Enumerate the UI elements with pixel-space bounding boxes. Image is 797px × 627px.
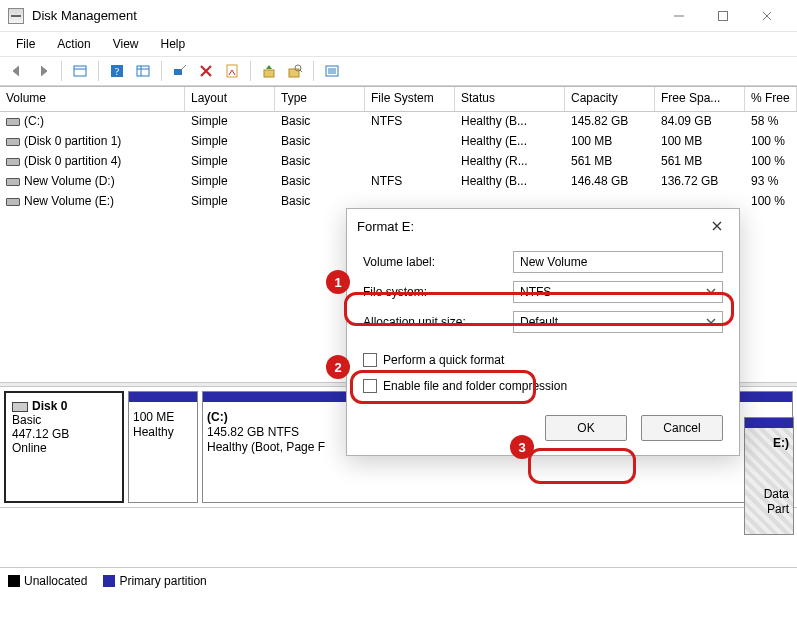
menu-action[interactable]: Action — [47, 34, 100, 54]
menu-help[interactable]: Help — [151, 34, 196, 54]
volume-icon — [6, 198, 20, 206]
dialog-close-button[interactable] — [705, 214, 729, 238]
table-row[interactable]: (Disk 0 partition 1) Simple Basic Health… — [0, 132, 797, 152]
legend: Unallocated Primary partition — [0, 567, 797, 593]
col-volume[interactable]: Volume — [0, 87, 185, 111]
maximize-button[interactable] — [701, 1, 745, 31]
table-header[interactable]: Volume Layout Type File System Status Ca… — [0, 87, 797, 112]
cell-type: Basic — [275, 132, 365, 152]
compression-label: Enable file and folder compression — [383, 379, 567, 393]
chevron-down-icon — [706, 285, 716, 299]
cell-pctfree: 58 % — [745, 112, 797, 132]
list-button[interactable] — [321, 60, 343, 82]
window-title: Disk Management — [32, 8, 137, 23]
partition-line1: 100 ME — [133, 410, 193, 425]
cell-volume: (C:) — [24, 114, 44, 128]
toolbar-divider — [250, 61, 251, 81]
help-button[interactable]: ? — [106, 60, 128, 82]
cell-fs — [365, 152, 455, 172]
svg-rect-7 — [264, 70, 274, 77]
app-icon — [8, 8, 24, 24]
volume-label-label: Volume label: — [363, 255, 513, 269]
col-free[interactable]: Free Spa... — [655, 87, 745, 111]
cell-layout: Simple — [185, 172, 275, 192]
volume-icon — [6, 178, 20, 186]
cell-status: Healthy (R... — [455, 152, 565, 172]
menu-view[interactable]: View — [103, 34, 149, 54]
partition-box[interactable]: 100 ME Healthy — [128, 391, 198, 503]
delete-button[interactable] — [195, 60, 217, 82]
cell-volume: New Volume (D:) — [24, 174, 115, 188]
cell-status: Healthy (B... — [455, 172, 565, 192]
menu-file[interactable]: File — [6, 34, 45, 54]
ok-button[interactable]: OK — [545, 415, 627, 441]
col-status[interactable]: Status — [455, 87, 565, 111]
refresh-button[interactable] — [132, 60, 154, 82]
volume-icon — [6, 138, 20, 146]
cell-pctfree: 100 % — [745, 132, 797, 152]
col-pctfree[interactable]: % Free — [745, 87, 797, 111]
volume-icon — [6, 158, 20, 166]
cell-status: Healthy (E... — [455, 132, 565, 152]
forward-button[interactable] — [32, 60, 54, 82]
svg-rect-1 — [74, 66, 86, 76]
cell-fs: NTFS — [365, 112, 455, 132]
cell-free: 84.09 GB — [655, 112, 745, 132]
quick-format-checkbox[interactable] — [363, 353, 377, 367]
cell-volume: (Disk 0 partition 4) — [24, 154, 121, 168]
legend-swatch-primary — [103, 575, 115, 587]
dialog-title: Format E: — [357, 219, 414, 234]
partition-bar — [129, 392, 197, 402]
col-fs[interactable]: File System — [365, 87, 455, 111]
show-hide-tree-button[interactable] — [69, 60, 91, 82]
toolbar: ? — [0, 56, 797, 86]
search-button[interactable] — [284, 60, 306, 82]
table-row[interactable]: (Disk 0 partition 4) Simple Basic Health… — [0, 152, 797, 172]
col-capacity[interactable]: Capacity — [565, 87, 655, 111]
cell-pctfree: 100 % — [745, 192, 797, 212]
file-system-select[interactable]: NTFS — [513, 281, 723, 303]
cell-pctfree: 100 % — [745, 152, 797, 172]
disk-info-box[interactable]: Disk 0 Basic 447.12 GB Online — [4, 391, 124, 503]
chevron-down-icon — [706, 315, 716, 329]
close-button[interactable] — [745, 1, 789, 31]
cell-volume: (Disk 0 partition 1) — [24, 134, 121, 148]
cell-volume: New Volume (E:) — [24, 194, 114, 208]
allocation-size-select[interactable]: Default — [513, 311, 723, 333]
volume-icon — [6, 118, 20, 126]
title-bar: Disk Management — [0, 0, 797, 32]
disk-name: Disk 0 — [32, 399, 67, 413]
cell-layout: Simple — [185, 152, 275, 172]
cell-type: Basic — [275, 112, 365, 132]
partition-box[interactable]: E:) Data Part — [744, 417, 794, 535]
cell-free: 136.72 GB — [655, 172, 745, 192]
properties-button[interactable] — [221, 60, 243, 82]
table-row[interactable]: New Volume (D:) Simple Basic NTFS Health… — [0, 172, 797, 192]
cell-free: 561 MB — [655, 152, 745, 172]
cell-pctfree: 93 % — [745, 172, 797, 192]
partition-title: (C:) — [207, 410, 228, 424]
cell-capacity: 145.82 GB — [565, 112, 655, 132]
compression-checkbox[interactable] — [363, 379, 377, 393]
legend-swatch-unallocated — [8, 575, 20, 587]
up-button[interactable] — [258, 60, 280, 82]
allocation-size-label: Allocation unit size: — [363, 315, 513, 329]
col-type[interactable]: Type — [275, 87, 365, 111]
svg-text:?: ? — [115, 66, 120, 77]
toolbar-divider — [161, 61, 162, 81]
col-layout[interactable]: Layout — [185, 87, 275, 111]
disk-size: 447.12 GB — [12, 427, 116, 441]
cell-capacity: 146.48 GB — [565, 172, 655, 192]
settings-button[interactable] — [169, 60, 191, 82]
cell-free: 100 MB — [655, 132, 745, 152]
svg-rect-6 — [227, 65, 237, 77]
cancel-button[interactable]: Cancel — [641, 415, 723, 441]
volume-label-input[interactable]: New Volume — [513, 251, 723, 273]
back-button[interactable] — [6, 60, 28, 82]
svg-rect-8 — [289, 69, 299, 77]
svg-rect-0 — [719, 11, 728, 20]
cell-fs — [365, 132, 455, 152]
table-row[interactable]: (C:) Simple Basic NTFS Healthy (B... 145… — [0, 112, 797, 132]
cell-status: Healthy (B... — [455, 112, 565, 132]
minimize-button[interactable] — [657, 1, 701, 31]
